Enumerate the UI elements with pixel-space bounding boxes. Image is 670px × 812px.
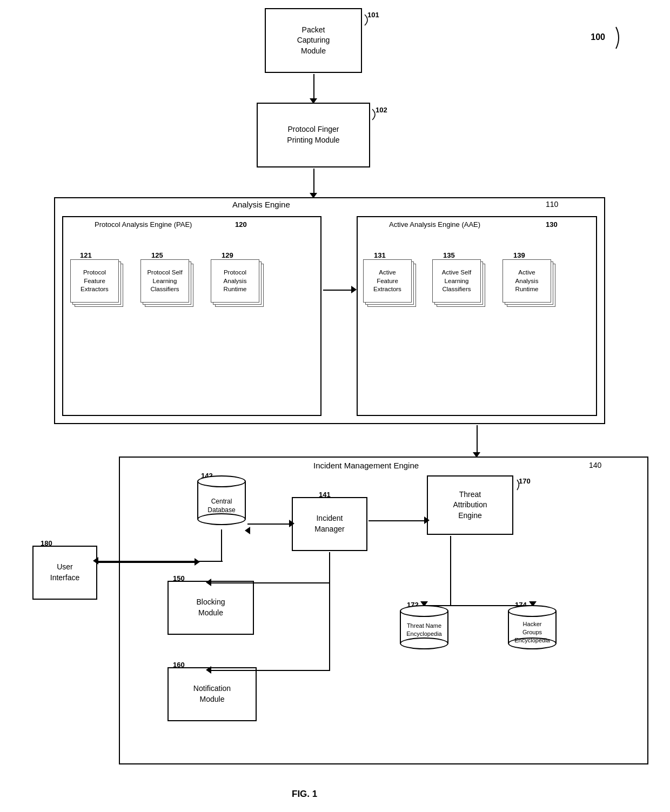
blocking-module-label: BlockingModule xyxy=(197,597,225,618)
central-database-label: CentralDatabase xyxy=(200,497,243,514)
ref-160: 160 xyxy=(173,661,185,669)
ref-129: 129 xyxy=(222,251,233,259)
active-self-learning-label: Active SelfLearningClassifiers xyxy=(435,269,478,294)
threat-name-encyclopedia: Threat NameEncyclopedia xyxy=(400,605,448,649)
arrowhead-ui-to-db xyxy=(195,558,200,566)
arrowhead-im-to-threat xyxy=(424,516,430,524)
notification-module-box: NotificationModule xyxy=(168,667,257,721)
packet-capturing-label: PacketCapturingModule xyxy=(297,25,330,57)
arrow-db-to-ui-h xyxy=(98,561,223,562)
active-analysis-runtime-label: ActiveAnalysisRuntime xyxy=(505,269,548,294)
protocol-fingerprinting-box: Protocol FingerPrinting Module xyxy=(257,103,370,167)
arrow-im-to-notification-v xyxy=(329,552,330,671)
ref-139: 139 xyxy=(513,251,525,259)
arrow-ui-to-db-h xyxy=(98,562,198,563)
blocking-module-box: BlockingModule xyxy=(168,581,254,635)
active-feature-extractors-label: ActiveFeatureExtractors xyxy=(366,269,409,294)
aae-box xyxy=(357,216,597,416)
packet-capturing-box: PacketCapturingModule xyxy=(265,8,362,73)
tne-top xyxy=(400,605,448,617)
arrow-db-to-incident-mgr xyxy=(247,524,293,525)
central-database-top xyxy=(197,475,246,487)
arrowhead-pae-to-aae xyxy=(351,286,357,293)
arrow-packet-to-protocol xyxy=(313,74,314,101)
tne-bottom xyxy=(400,637,448,649)
protocol-analysis-runtime-label: ProtocolAnalysisRuntime xyxy=(213,269,257,294)
diagram: 100 PacketCapturingModule 101 Protocol F… xyxy=(0,0,670,812)
arrow-aae-to-incident xyxy=(477,425,478,455)
arrow-db-down-v xyxy=(221,529,222,562)
ref-125: 125 xyxy=(151,251,163,259)
ref-110: 110 xyxy=(546,200,558,209)
ref-121: 121 xyxy=(80,251,92,259)
threat-attribution-box: ThreatAttributionEngine xyxy=(427,475,513,535)
pae-box xyxy=(62,216,321,416)
user-interface-label: UserInterface xyxy=(50,562,79,583)
ref-180: 180 xyxy=(41,539,52,547)
ref-102-bracket xyxy=(370,106,383,123)
notification-module-label: NotificationModule xyxy=(193,683,231,704)
protocol-feature-extractors-label: ProtocolFeatureExtractors xyxy=(73,269,116,294)
aae-label: Active Analysis Engine (AAE) xyxy=(389,220,480,229)
arrowhead-db-to-ui xyxy=(93,557,98,565)
arrow-im-to-blocking-h xyxy=(211,582,330,583)
arrow-im-to-threat xyxy=(368,520,428,521)
arrowhead-db-to-im-right xyxy=(289,520,294,527)
ref-135: 135 xyxy=(443,251,455,259)
arrow-im-to-notification-h xyxy=(211,670,330,671)
threat-attribution-label: ThreatAttributionEngine xyxy=(453,489,487,521)
arrow-pae-to-aae xyxy=(323,290,356,291)
tne-label: Threat NameEncyclopedia xyxy=(403,622,446,638)
ref-101-bracket xyxy=(362,12,376,28)
incident-manager-label: IncidentManager xyxy=(314,513,344,534)
incident-manager-box: IncidentManager xyxy=(292,497,367,551)
hge-label: HackerGroupsEncyclopedia xyxy=(511,620,554,645)
central-database-bottom xyxy=(197,513,246,525)
pae-label: Protocol Analysis Engine (PAE) xyxy=(95,220,192,229)
analysis-engine-label: Analysis Engine xyxy=(232,200,290,209)
arrow-protocol-to-analysis xyxy=(313,169,314,196)
ref-170-bracket xyxy=(514,478,525,492)
incident-management-label: Incident Management Engine xyxy=(313,461,419,470)
hacker-groups-encyclopedia: HackerGroupsEncyclopedia xyxy=(508,605,557,649)
central-database: CentralDatabase xyxy=(197,475,246,525)
user-interface-box: UserInterface xyxy=(32,546,97,600)
arrowhead-db-to-im-left xyxy=(245,527,250,534)
ref-140: 140 xyxy=(589,461,601,469)
fig-label: FIG. 1 xyxy=(292,789,317,800)
ref-150: 150 xyxy=(173,574,185,582)
ref-141: 141 xyxy=(319,491,331,499)
ref-130: 130 xyxy=(546,220,558,229)
protocol-self-learning-label: Protocol SelfLearningClassifiers xyxy=(143,269,186,294)
arrowhead-im-to-blocking xyxy=(206,579,211,586)
ref-100-bracket xyxy=(584,22,627,54)
hge-top xyxy=(508,605,557,617)
ref-131: 131 xyxy=(374,251,386,259)
arrowhead-im-to-notification xyxy=(206,666,211,674)
arrow-ta-to-tne-v xyxy=(450,536,451,606)
ref-120: 120 xyxy=(235,220,247,229)
protocol-fingerprinting-label: Protocol FingerPrinting Module xyxy=(287,124,339,145)
